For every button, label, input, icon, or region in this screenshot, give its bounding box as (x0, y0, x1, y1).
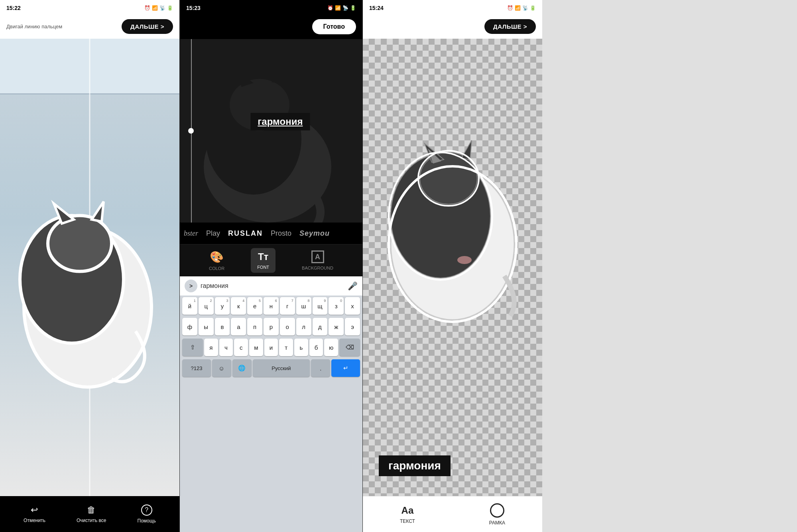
kb-row-3: ⇧ я ч с м и т ь б ю ⌫ (180, 337, 362, 358)
status-bar-1: 15:22 ⏰ 📶 📡 🔋 (0, 0, 179, 16)
kb-key-в[interactable]: в (215, 318, 230, 335)
kb-shift-key[interactable]: ⇧ (182, 339, 203, 356)
kb-row-1: й1 ц2 у3 к4 е5 н6 г7 ш8 щ9 з0 х (180, 296, 362, 316)
text-label: ТЕКСТ (400, 518, 415, 524)
overlay-text-2: гармония (250, 113, 310, 130)
kb-bottom-row: ?123 ☺ 🌐 Русский . ↵ (180, 358, 362, 378)
kb-emoji-key[interactable]: ☺ (212, 359, 231, 377)
cat-transparent-svg (373, 100, 532, 332)
kb-key-ц[interactable]: ц2 (199, 297, 214, 315)
wifi-icon-3: 📡 (522, 5, 528, 11)
svg-point-12 (420, 152, 477, 204)
frame-label: РАМКА (489, 520, 505, 526)
kb-key-ж[interactable]: ж (329, 318, 344, 335)
kb-key-ч[interactable]: ч (219, 339, 233, 356)
kb-key-т[interactable]: т (279, 339, 293, 356)
status-icons-3: ⏰ 📶 📡 🔋 (507, 5, 536, 11)
font-option-ruslan[interactable]: RUSLAN (228, 229, 263, 238)
image-area-1 (0, 39, 179, 496)
kb-period-key[interactable]: . (311, 359, 330, 377)
kb-text-display[interactable]: гармония (201, 282, 344, 290)
kb-key-й[interactable]: й1 (182, 297, 197, 315)
signal-icon: 📶 (152, 5, 158, 11)
kb-key-о[interactable]: о (280, 318, 295, 335)
font-tool[interactable]: Tт FONT (251, 248, 276, 273)
top-bar-1: Двигай линию пальцем ДАЛЬШЕ > (0, 16, 179, 39)
kb-key-л[interactable]: л (296, 318, 311, 335)
panel1: 15:22 ⏰ 📶 📡 🔋 Двигай линию пальцем ДАЛЬШ… (0, 0, 179, 532)
alarm-icon: ⏰ (144, 5, 150, 11)
kb-key-м[interactable]: м (249, 339, 263, 356)
help-icon: ? (141, 504, 152, 516)
status-bar-2: 15:23 ⏰ 📶 📡 🔋 (180, 0, 362, 16)
dark-background: гармония (180, 39, 362, 223)
alarm-icon-3: ⏰ (507, 5, 513, 11)
kb-key-с[interactable]: с (234, 339, 248, 356)
signal-icon-2: 📶 (335, 5, 341, 11)
background-tool[interactable]: A BACKGROUND (302, 250, 333, 270)
kb-key-ф[interactable]: ф (182, 318, 197, 335)
text-label-3: гармония (379, 455, 451, 476)
cat-outline-svg (0, 39, 179, 496)
kb-backspace-key[interactable]: ⌫ (339, 339, 360, 356)
status-icons-2: ⏰ 📶 📡 🔋 (327, 5, 356, 11)
kb-key-ш[interactable]: ш8 (296, 297, 311, 315)
kb-key-е[interactable]: е5 (247, 297, 262, 315)
kb-globe-key[interactable]: 🌐 (232, 359, 252, 377)
next-button-3[interactable]: ДАЛЬШЕ > (484, 19, 536, 34)
kb-key-п[interactable]: п (247, 318, 262, 335)
help-action[interactable]: ? Помощь (138, 504, 156, 524)
kb-key-ю[interactable]: ю (324, 339, 338, 356)
color-tool[interactable]: 🎨 COLOR (209, 250, 224, 271)
font-option-bster[interactable]: bster (184, 229, 198, 238)
frame-tool[interactable]: РАМКА (489, 503, 505, 526)
kb-key-д[interactable]: д (313, 318, 328, 335)
battery-icon: 🔋 (167, 5, 173, 11)
time-2: 15:23 (186, 5, 201, 11)
kb-key-н[interactable]: н6 (264, 297, 279, 315)
kb-enter-key[interactable]: ↵ (331, 359, 360, 377)
kb-expand-button[interactable]: > (185, 280, 197, 292)
kb-key-у[interactable]: у3 (215, 297, 230, 315)
ready-button[interactable]: Готово (312, 19, 356, 34)
next-button-1[interactable]: ДАЛЬШЕ > (122, 19, 173, 34)
kb-key-э[interactable]: э (345, 318, 360, 335)
kb-key-х[interactable]: х (345, 297, 360, 315)
font-label: FONT (257, 265, 269, 270)
clear-action[interactable]: 🗑 Очистить все (77, 505, 106, 523)
undo-icon: ↩ (31, 505, 38, 515)
wifi-icon-2: 📡 (342, 5, 348, 11)
background-icon: A (311, 250, 324, 263)
kb-mic-button[interactable]: 🎤 (348, 281, 358, 291)
kb-key-к[interactable]: к4 (231, 297, 246, 315)
image-area-2: гармония (180, 39, 362, 223)
svg-marker-9 (272, 66, 283, 84)
kb-key-з[interactable]: з0 (329, 297, 344, 315)
right-space (542, 0, 797, 532)
font-row: bster Play RUSLAN Prosto Seymou (180, 223, 362, 244)
svg-marker-4 (92, 202, 104, 222)
font-option-seymou[interactable]: Seymou (299, 229, 330, 238)
color-label: COLOR (209, 266, 224, 271)
svg-point-19 (457, 256, 472, 264)
undo-action[interactable]: ↩ Отменить (24, 505, 45, 523)
kb-num-key[interactable]: ?123 (182, 359, 211, 377)
kb-key-и[interactable]: и (264, 339, 278, 356)
kb-key-а[interactable]: а (231, 318, 246, 335)
text-tool[interactable]: Aa ТЕКСТ (400, 505, 415, 524)
tool-row: 🎨 COLOR Tт FONT A BACKGROUND (180, 244, 362, 276)
font-option-play[interactable]: Play (206, 229, 220, 238)
kb-key-р[interactable]: р (264, 318, 279, 335)
panel2: 15:23 ⏰ 📶 📡 🔋 Готово га (179, 0, 363, 532)
kb-key-я[interactable]: я (204, 339, 218, 356)
kb-key-ь[interactable]: ь (294, 339, 308, 356)
kb-key-г[interactable]: г7 (280, 297, 295, 315)
kb-lang-key[interactable]: Русский (253, 359, 310, 377)
kb-key-ы[interactable]: ы (199, 318, 214, 335)
kb-key-щ[interactable]: щ9 (313, 297, 328, 315)
time-3: 15:24 (369, 5, 384, 11)
background-label: BACKGROUND (302, 266, 333, 270)
kb-key-б[interactable]: б (309, 339, 323, 356)
font-option-prosto[interactable]: Prosto (271, 229, 291, 238)
help-label: Помощь (138, 518, 156, 524)
